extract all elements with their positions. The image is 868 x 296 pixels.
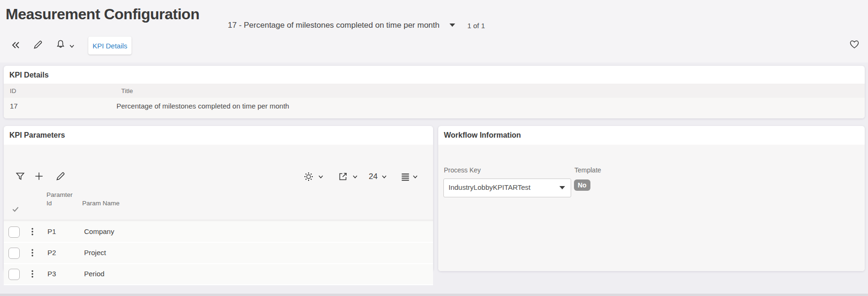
workflow-section-title: Workflow Information bbox=[444, 131, 521, 140]
row-checkbox[interactable] bbox=[8, 226, 20, 238]
chevron-down-icon bbox=[318, 174, 324, 179]
measurement-configuration-screen: Measurement Configuration 17 - Percentag… bbox=[0, 0, 868, 296]
edit-button[interactable] bbox=[33, 39, 43, 50]
alerts-dropdown-button[interactable] bbox=[69, 43, 75, 49]
export-button[interactable] bbox=[338, 171, 348, 182]
export-icon bbox=[338, 171, 348, 182]
kpi-details-section-title: KPI Details bbox=[9, 71, 49, 79]
alerts-button[interactable] bbox=[55, 39, 66, 49]
table-row[interactable]: P1 Company bbox=[4, 222, 433, 243]
plus-icon bbox=[34, 171, 44, 181]
workflow-information-card: Workflow Information Process Key Industr… bbox=[438, 126, 865, 271]
filter-funnel-icon bbox=[15, 171, 25, 181]
record-selector-caret-icon[interactable] bbox=[450, 23, 455, 27]
page-title: Measurement Configuration bbox=[6, 6, 199, 23]
double-chevron-left-icon bbox=[10, 40, 21, 50]
workflow-body: Process Key IndustryLobbyKPITARTest Temp… bbox=[438, 145, 865, 271]
add-parameter-button[interactable] bbox=[34, 171, 44, 181]
chevron-down-icon bbox=[69, 43, 75, 49]
kpi-parameters-body: 24 bbox=[4, 145, 433, 271]
favorite-button[interactable] bbox=[849, 39, 860, 49]
cell-param-name: Period bbox=[84, 270, 104, 278]
kpi-parameters-card: KPI Parameters bbox=[4, 126, 433, 271]
collapse-panel-button[interactable] bbox=[10, 40, 21, 50]
process-key-value: IndustryLobbyKPITARTest bbox=[449, 183, 531, 191]
row-density-dropdown-button[interactable] bbox=[412, 174, 418, 179]
template-badge: No bbox=[574, 179, 590, 191]
bottom-scrollbar-track[interactable] bbox=[0, 294, 868, 296]
id-field-label: ID bbox=[10, 87, 16, 94]
title-field-value: Percentage of milestones completed on ti… bbox=[116, 102, 289, 110]
id-field-value: 17 bbox=[10, 102, 18, 110]
list-lines-icon bbox=[400, 172, 411, 182]
cell-param-name: Project bbox=[84, 249, 106, 257]
bell-icon bbox=[55, 39, 66, 49]
filter-button[interactable] bbox=[15, 171, 25, 181]
template-label: Template bbox=[574, 166, 601, 174]
column-header-param-name: Param Name bbox=[82, 199, 139, 208]
kpi-parameters-section-title: KPI Parameters bbox=[9, 131, 65, 140]
pencil-icon bbox=[33, 39, 43, 50]
select-all-checkmark-icon[interactable] bbox=[11, 205, 20, 213]
page-size-dropdown-button[interactable] bbox=[381, 174, 388, 179]
export-dropdown-button[interactable] bbox=[352, 174, 358, 179]
row-checkbox[interactable] bbox=[8, 269, 20, 280]
kebab-menu-icon[interactable] bbox=[29, 269, 36, 279]
cell-param-id: P2 bbox=[47, 249, 56, 257]
table-row[interactable]: P3 Period bbox=[4, 264, 433, 285]
page-size-value[interactable]: 24 bbox=[369, 172, 378, 181]
title-field-label: Title bbox=[121, 87, 133, 94]
table-row[interactable]: P2 Project bbox=[4, 243, 433, 264]
chevron-down-icon bbox=[381, 174, 388, 179]
cell-param-name: Company bbox=[84, 227, 114, 235]
process-key-select[interactable]: IndustryLobbyKPITARTest bbox=[443, 179, 571, 197]
grid-settings-dropdown-button[interactable] bbox=[318, 174, 324, 179]
tab-kpi-details[interactable]: KPI Details bbox=[88, 37, 132, 55]
edit-parameter-button[interactable] bbox=[55, 171, 66, 181]
cell-param-id: P1 bbox=[47, 227, 56, 235]
heart-icon bbox=[849, 39, 860, 49]
pencil-icon bbox=[55, 171, 66, 181]
kebab-menu-icon[interactable] bbox=[29, 226, 36, 237]
table-header-divider bbox=[4, 220, 433, 220]
kpi-details-card: KPI Details ID Title 17 Percentage of mi… bbox=[4, 66, 865, 118]
kebab-menu-icon[interactable] bbox=[29, 248, 36, 258]
process-key-label: Process Key bbox=[444, 166, 481, 174]
kpi-details-label-row: ID Title bbox=[4, 84, 865, 98]
select-caret-icon bbox=[559, 186, 565, 189]
column-header-param-id: Paramter Id bbox=[46, 191, 76, 208]
row-density-button[interactable] bbox=[400, 172, 411, 182]
record-selector[interactable]: 17 - Percentage of milestones completed … bbox=[228, 21, 440, 30]
record-count: 1 of 1 bbox=[467, 22, 485, 30]
chevron-down-icon bbox=[352, 174, 358, 179]
kpi-details-value-row: 17 Percentage of milestones completed on… bbox=[4, 98, 865, 118]
chevron-down-icon bbox=[412, 174, 418, 179]
grid-settings-button[interactable] bbox=[303, 171, 314, 182]
row-checkbox[interactable] bbox=[8, 248, 20, 259]
cell-param-id: P3 bbox=[47, 270, 56, 278]
gear-icon bbox=[303, 171, 314, 182]
top-header: Measurement Configuration 17 - Percentag… bbox=[0, 0, 868, 62]
